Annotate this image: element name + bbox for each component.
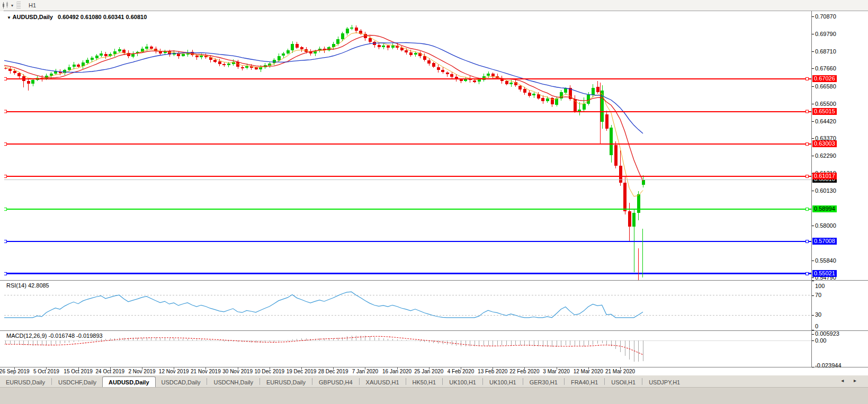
hline-handle [806,77,809,80]
chart-tab-audusd-daily[interactable]: AUDUSD,Daily [102,376,155,388]
chart-tab-usdchf-daily[interactable]: USDCHF,Daily [52,378,102,388]
chart-tab-xauusd-h1[interactable]: XAUUSD,H1 [360,378,405,388]
tab-divider [312,378,312,385]
tab-divider [482,378,483,385]
chart-tab-ger30-h1[interactable]: GER30,H1 [524,378,563,388]
tab-divider [51,378,52,385]
tab-divider [207,378,207,385]
hline-handle [4,240,7,243]
chart-tab-usdcad-daily[interactable]: USDCAD,Daily [156,378,207,388]
chart-tab-fra40-h1[interactable]: FRA40,H1 [565,378,604,388]
tab-divider [642,378,642,385]
chart-tab-usdjpy-h1[interactable]: USDJPY,H1 [643,378,686,388]
hline-handle [4,208,7,211]
hline-handle [806,110,809,113]
chart-tab-usdcnh-daily[interactable]: USDCNH,Daily [208,378,259,388]
tab-divider [406,378,406,385]
hline-handle [4,175,7,178]
hline-handle [4,143,7,146]
tab-scroll-arrows[interactable]: ◂ ▸ [841,378,861,383]
hline-handle [4,77,7,80]
chart-tab-hk50-h1[interactable]: HK50,H1 [407,378,442,388]
chart-tab-gbpusd-h4[interactable]: GBPUSD,H4 [313,378,359,388]
tab-divider [564,378,565,385]
tab-divider [359,378,360,385]
chart-canvas[interactable] [0,0,868,404]
hline-handle [806,143,809,146]
mt4-window: ▾ M1M5M15M30H1H4D1W1MN ▼ AUDUSD,Daily 0.… [0,0,868,404]
hline-handle [4,272,7,275]
chart-tab-eurusd-daily[interactable]: EURUSD,Daily [0,378,51,388]
hline-handle [806,272,809,275]
chart-tab-bar: EURUSD,DailyUSDCHF,DailyAUDUSD,DailyUSDC… [0,375,868,388]
tab-divider [259,378,260,385]
tab-divider [442,378,443,385]
status-strip [0,387,868,404]
chart-tab-uk100-h1[interactable]: UK100,H1 [484,378,522,388]
chart-tab-usoil-h1[interactable]: USOil,H1 [605,378,641,388]
tab-divider [523,378,523,385]
hline-handle [806,175,809,178]
chart-tab-uk100-h1[interactable]: UK100,H1 [443,378,482,388]
hline-handle [4,110,7,113]
hline-handle [806,240,809,243]
tab-divider [604,378,605,385]
chart-tab-eurusd-daily[interactable]: EURUSD,Daily [261,378,311,388]
hline-handle [806,208,809,211]
